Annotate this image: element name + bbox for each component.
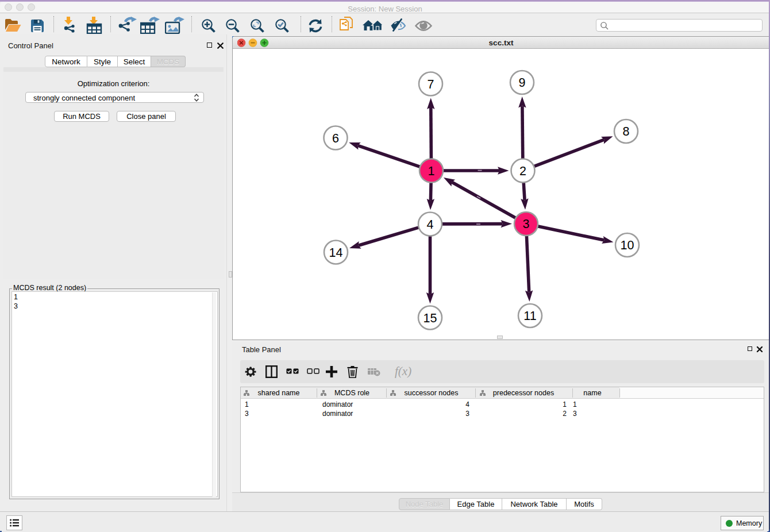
svg-text:14: 14 [329, 246, 343, 260]
svg-text:15: 15 [424, 311, 437, 325]
svg-text:8: 8 [623, 125, 630, 138]
svg-text:6: 6 [332, 132, 339, 145]
svg-text:7: 7 [428, 78, 434, 91]
svg-text:2: 2 [519, 164, 526, 178]
svg-text:9: 9 [519, 76, 526, 90]
svg-text:3: 3 [523, 217, 530, 231]
svg-text:4: 4 [427, 218, 434, 232]
svg-text:1: 1 [428, 164, 435, 178]
svg-text:11: 11 [523, 309, 536, 323]
svg-text:10: 10 [621, 238, 634, 252]
